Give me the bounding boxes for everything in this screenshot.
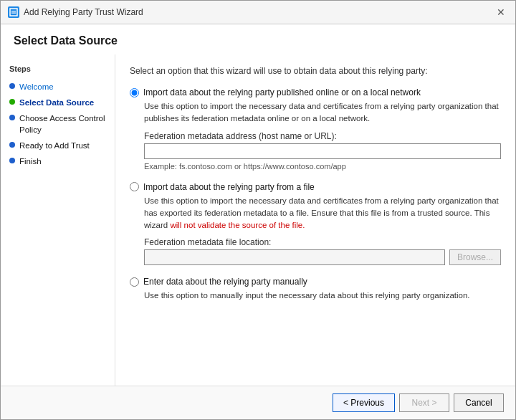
title-bar: Add Relying Party Trust Wizard ✕ [1, 1, 515, 24]
svg-rect-2 [11, 13, 16, 14]
sidebar-item-welcome-label: Welcome [19, 81, 54, 92]
option-online-desc: Use this option to import the necessary … [144, 100, 501, 125]
sidebar-item-ready-label: Ready to Add Trust [19, 140, 90, 151]
sidebar-item-access[interactable]: Choose Access Control Policy [1, 110, 115, 138]
federation-file-group: Federation metadata file location: Brows… [144, 237, 501, 265]
previous-button[interactable]: < Previous [333, 393, 395, 412]
next-button[interactable]: Next > [399, 393, 449, 412]
option-online-group: Import data about the relying party publ… [130, 87, 501, 171]
sidebar-dot-ready [9, 142, 15, 148]
option-file-group: Import data about the relying party from… [130, 182, 501, 266]
sidebar-heading: Steps [1, 62, 115, 79]
content-area: Steps Welcome Select Data Source Choose … [1, 54, 515, 386]
sidebar-dot-welcome [9, 83, 15, 89]
sidebar-dot-select-data [9, 99, 15, 105]
option-online-radio-label[interactable]: Import data about the relying party publ… [130, 87, 501, 97]
sidebar-item-finish-label: Finish [19, 156, 42, 167]
option-manual-desc: Use this option to manually input the ne… [144, 290, 501, 302]
option-file-desc: Use this option to import the necessary … [144, 195, 501, 232]
sidebar-item-access-label: Choose Access Control Policy [19, 113, 106, 135]
option-file-label: Import data about the relying party from… [143, 182, 315, 192]
sidebar-dot-finish [9, 158, 15, 163]
page-title: Select Data Source [1, 24, 515, 54]
browse-button[interactable]: Browse... [449, 249, 501, 265]
sidebar-item-select-data-label: Select Data Source [19, 97, 94, 108]
option-file-radio[interactable] [130, 182, 139, 191]
sidebar-item-select-data[interactable]: Select Data Source [1, 95, 115, 110]
option-online-radio[interactable] [130, 88, 139, 97]
federation-url-label: Federation metadata address (host name o… [144, 131, 501, 141]
sidebar-item-welcome[interactable]: Welcome [1, 79, 115, 95]
sidebar: Steps Welcome Select Data Source Choose … [1, 54, 115, 386]
option-file-desc-red: will not validate the source of the file… [170, 221, 305, 229]
sidebar-dot-access [9, 115, 15, 120]
close-button[interactable]: ✕ [494, 5, 508, 19]
federation-file-label: Federation metadata file location: [144, 237, 501, 247]
svg-rect-1 [11, 11, 16, 11]
footer: < Previous Next > Cancel [1, 386, 515, 419]
option-online-label: Import data about the relying party publ… [143, 87, 421, 97]
option-file-radio-label[interactable]: Import data about the relying party from… [130, 182, 501, 192]
window-title: Add Relying Party Trust Wizard [24, 7, 143, 17]
option-manual-label: Enter data about the relying party manua… [143, 277, 307, 287]
cancel-button[interactable]: Cancel [454, 393, 504, 412]
federation-url-group: Federation metadata address (host name o… [144, 131, 501, 159]
svg-rect-0 [10, 9, 17, 16]
wizard-window: Add Relying Party Trust Wizard ✕ Select … [0, 0, 516, 420]
title-bar-left: Add Relying Party Trust Wizard [8, 6, 143, 18]
federation-file-input[interactable] [144, 249, 445, 265]
federation-url-example: Example: fs.contoso.com or https://www.c… [144, 162, 501, 171]
window-icon [8, 6, 19, 18]
option-manual-radio[interactable] [130, 277, 139, 287]
option-manual-radio-label[interactable]: Enter data about the relying party manua… [130, 277, 501, 287]
federation-url-input[interactable] [144, 143, 501, 159]
federation-file-row: Browse... [144, 249, 501, 265]
sidebar-item-ready[interactable]: Ready to Add Trust [1, 138, 115, 153]
sidebar-item-finish[interactable]: Finish [1, 153, 115, 169]
main-content: Select an option that this wizard will u… [115, 54, 515, 386]
option-manual-group: Enter data about the relying party manua… [130, 277, 501, 302]
intro-text: Select an option that this wizard will u… [130, 65, 501, 77]
